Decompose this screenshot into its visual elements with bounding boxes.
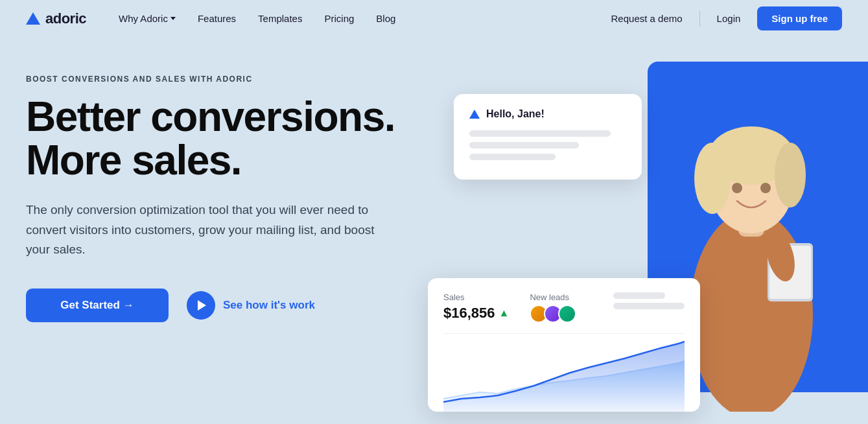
hero-content: BOOST CONVERSIONS AND SALES WITH ADORIC … [26,68,441,424]
notif-greeting: Hello, Jane! [486,108,545,120]
logo-icon [26,12,40,25]
svg-point-4 [694,143,731,214]
notification-card: Hello, Jane! [454,94,642,180]
hero-buttons: Get Started → See how it's work [26,289,441,322]
notif-line-3 [469,154,556,160]
signup-button[interactable]: Sign up free [757,6,842,30]
get-started-button[interactable]: Get Started → [26,289,169,322]
svg-point-6 [732,183,742,193]
play-icon [187,291,215,320]
nav-item-blog[interactable]: Blog [367,9,405,28]
login-button[interactable]: Login [708,9,750,28]
request-demo-button[interactable]: Request a demo [602,9,692,28]
sales-value: $16,856 ▲ [443,305,509,322]
metric-placeholder [613,292,685,313]
notif-header: Hello, Jane! [469,108,626,120]
nav-divider [699,11,700,27]
avatar-3 [558,305,576,323]
nav-right: Request a demo Login Sign up free [602,6,842,30]
dashboard-card: Sales $16,856 ▲ New leads [428,278,700,412]
logo[interactable]: adoric [26,10,86,27]
placeholder-bar-2 [613,303,685,309]
notif-line-1 [469,130,611,137]
dash-metrics: Sales $16,856 ▲ New leads [443,292,685,323]
notif-logo-icon [469,110,480,119]
sales-metric: Sales $16,856 ▲ [443,292,509,322]
hero-visual: Hello, Jane! Sales $16,856 ▲ New leads [441,68,842,424]
navbar: adoric Why Adoric Features Templates Pri… [0,0,868,37]
hero-subtitle: The only conversion optimization tool th… [26,200,389,259]
leads-label: New leads [530,292,576,302]
sales-label: Sales [443,292,509,302]
svg-point-5 [775,143,806,207]
nav-links: Why Adoric Features Templates Pricing Bl… [110,9,602,28]
leads-avatars [530,305,576,323]
hero-section: BOOST CONVERSIONS AND SALES WITH ADORIC … [0,37,868,424]
svg-point-7 [760,183,771,193]
nav-item-templates[interactable]: Templates [249,9,311,28]
hero-title: Better conversions. More sales. [26,95,441,182]
logo-wordmark: adoric [45,10,86,27]
hero-title-line2: More sales. [26,137,241,183]
placeholder-bar-1 [613,292,665,299]
chevron-down-icon [170,17,176,20]
dashboard-chart [443,334,685,412]
hero-title-line1: Better conversions. [26,93,395,140]
hero-eyebrow: BOOST CONVERSIONS AND SALES WITH ADORIC [26,75,441,84]
svg-point-0 [690,211,813,412]
nav-item-features[interactable]: Features [189,9,245,28]
nav-item-pricing[interactable]: Pricing [315,9,363,28]
play-triangle-icon [198,300,206,311]
see-how-button[interactable]: See how it's work [187,291,315,320]
notif-line-2 [469,142,579,148]
up-arrow-icon: ▲ [499,307,510,319]
leads-metric: New leads [530,292,576,323]
nav-item-why-adoric[interactable]: Why Adoric [110,9,185,28]
